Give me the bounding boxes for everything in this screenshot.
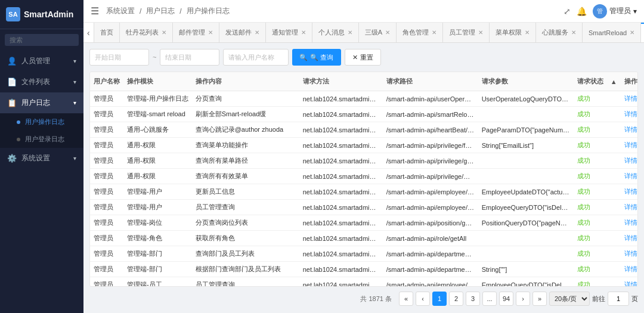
page-size-select[interactable]: 20条/页 [549, 292, 590, 306]
cell-module: 管理端-用户 [123, 200, 192, 215]
cell-content: 分页查询岗位列表 [192, 215, 299, 231]
sidebar-item-files[interactable]: 📄 文件列表 ▾ [0, 72, 83, 92]
sidebar-submenu-item-user-op-log[interactable]: 用户操作日志 [0, 113, 83, 131]
page-prev-btn[interactable]: ‹ [416, 292, 430, 306]
table-row: 管理员 通用-心跳服务 查询心跳记录@author zhuoda net.lab… [90, 122, 638, 138]
col-params: 请求参数 [478, 72, 574, 91]
tab-employee[interactable]: 员工管理✕ [443, 23, 490, 42]
tab-close-icon[interactable]: ✕ [162, 29, 166, 36]
page-btn-3[interactable]: 3 [466, 292, 480, 306]
search-button[interactable]: 🔍 🔍 查询 [292, 49, 340, 66]
tab-mail[interactable]: 邮件管理✕ [173, 23, 219, 42]
tab-close-icon[interactable]: ✕ [630, 29, 634, 36]
sidebar-item-system[interactable]: ⚙️ 系统设置 ▾ [0, 148, 83, 169]
detail-link[interactable]: 详情 [624, 234, 637, 241]
detail-link[interactable]: 详情 [624, 172, 637, 179]
cell-params [478, 107, 574, 122]
tab-close-icon[interactable]: ✕ [255, 29, 259, 36]
app-name: SmartAdmin [24, 10, 73, 19]
tab-close-icon[interactable]: ✕ [478, 29, 483, 36]
page-btn-1[interactable]: 1 [432, 292, 447, 306]
detail-link[interactable]: 详情 [624, 188, 637, 195]
tab-home[interactable]: 首页 [94, 23, 120, 42]
user-menu[interactable]: 管 管理员 ▾ [593, 4, 637, 18]
page-next-btn[interactable]: › [516, 292, 530, 306]
topbar-right: ⤢ 🔔 管 管理员 ▾ [564, 4, 637, 18]
tab-back-btn[interactable]: ‹ [83, 23, 94, 42]
cell-empty [607, 246, 621, 262]
reset-button[interactable]: ✕ 重置 [345, 49, 381, 66]
detail-link[interactable]: 详情 [624, 126, 637, 133]
cell-method: net.lab1024.smartadmin.modul... [299, 184, 383, 200]
detail-link[interactable]: 详情 [624, 141, 637, 148]
cell-module: 通用-权限 [123, 138, 192, 153]
breadcrumb-separator-2: / [179, 7, 181, 16]
cell-actions: 详情 删除 [621, 122, 638, 138]
tab-user-op-log[interactable]: 用户操作日志✕ [641, 23, 644, 42]
page-btn-2[interactable]: 2 [449, 292, 463, 306]
end-date-input[interactable] [160, 49, 219, 66]
tab-close-icon[interactable]: ✕ [348, 29, 352, 36]
page-btn-94[interactable]: 94 [499, 292, 513, 306]
sidebar-submenu-item-user-login-log[interactable]: 用户登录日志 [0, 131, 83, 148]
tab-level3[interactable]: 三级A✕ [359, 23, 397, 42]
tab-close-icon[interactable]: ✕ [432, 29, 436, 36]
detail-link[interactable]: 详情 [624, 281, 637, 287]
tab-role[interactable]: 角色管理✕ [397, 23, 443, 42]
table-row: 管理员 管理端-用户操作日志 分页查询 net.lab1024.smartadm… [90, 91, 638, 107]
cell-method: net.lab1024.smartadmin.modul... [299, 138, 383, 153]
start-date-input[interactable] [89, 49, 149, 66]
col-method: 请求方法 [299, 72, 383, 91]
tab-message[interactable]: 个人消息✕ [312, 23, 359, 42]
cell-params [478, 246, 574, 262]
tab-notice[interactable]: 通知管理✕ [266, 23, 312, 42]
tab-close-icon[interactable]: ✕ [301, 29, 306, 36]
col-username: 用户名称 [90, 72, 123, 91]
tab-close-icon[interactable]: ✕ [385, 29, 390, 36]
detail-link[interactable]: 详情 [624, 157, 637, 164]
sidebar-search[interactable] [0, 29, 83, 51]
search-input[interactable] [5, 34, 79, 46]
cell-content: 员工管理查询 [192, 200, 299, 215]
sidebar-item-label: 系统设置 [21, 153, 50, 163]
sidebar-item-label: 人员管理 [21, 56, 50, 66]
cell-params: PositionQueryDTO{"pageNum"... [478, 215, 574, 231]
username-filter-input[interactable] [223, 49, 289, 66]
page-btn-ellipsis: ... [482, 292, 497, 306]
cell-username: 管理员 [90, 215, 123, 231]
detail-link[interactable]: 详情 [624, 219, 637, 226]
tab-flower[interactable]: 牡丹花列表✕ [120, 23, 173, 42]
tab-smartreload[interactable]: SmartReload✕ [583, 23, 641, 42]
expand-icon[interactable]: ⤢ [564, 7, 571, 16]
cell-module: 通用-权限 [123, 169, 192, 184]
submenu-label: 用户操作日志 [25, 117, 64, 126]
page-first-btn[interactable]: « [399, 292, 413, 306]
page-last-btn[interactable]: » [532, 292, 547, 306]
sidebar-item-user-log[interactable]: 📋 用户日志 ▾ [0, 92, 83, 113]
detail-link[interactable]: 详情 [624, 265, 637, 272]
tab-heartbeat[interactable]: 心跳服务✕ [536, 23, 583, 42]
tab-send-mail[interactable]: 发送邮件✕ [219, 23, 266, 42]
cell-module: 通用-权限 [123, 153, 192, 169]
tab-close-icon[interactable]: ✕ [571, 29, 576, 36]
sidebar-submenu-user-log: 用户操作日志 用户登录日志 [0, 113, 83, 148]
sidebar-item-people[interactable]: 👤 人员管理 ▾ [0, 51, 83, 72]
tab-close-icon[interactable]: ✕ [208, 29, 213, 36]
detail-link[interactable]: 详情 [624, 203, 637, 210]
page-content: ~ 🔍 🔍 查询 ✕ 重置 用户名称 操作模块 操作内容 请求方 [83, 43, 644, 313]
cell-empty [607, 138, 621, 153]
tab-menu-perm[interactable]: 菜单权限✕ [490, 23, 536, 42]
detail-link[interactable]: 详情 [624, 110, 637, 117]
detail-link[interactable]: 详情 [624, 95, 637, 102]
col-path: 请求路径 [383, 72, 478, 91]
cell-actions: 详情 删除 [621, 184, 638, 200]
menu-toggle-icon[interactable]: ☰ [91, 5, 99, 17]
col-sort[interactable]: ▲ [607, 72, 621, 91]
bell-icon[interactable]: 🔔 [577, 7, 587, 16]
table-row: 管理员 管理端-员工 员工管理查询 net.lab1024.smartadmin… [90, 277, 638, 287]
page-jump-input[interactable] [608, 292, 629, 306]
cell-params [478, 169, 574, 184]
date-separator: ~ [153, 54, 156, 61]
detail-link[interactable]: 详情 [624, 250, 637, 257]
tab-close-icon[interactable]: ✕ [525, 29, 530, 36]
